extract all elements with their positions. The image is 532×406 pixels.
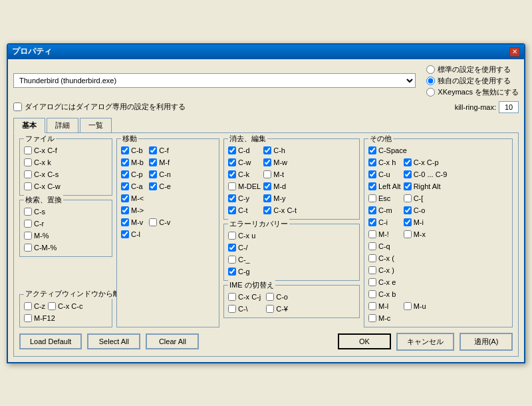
active-item-0[interactable]: C-z [24,300,45,312]
de-10[interactable]: C-t [228,204,261,216]
tab-basic[interactable]: 基本 [13,118,45,133]
other-cu[interactable]: C-u [368,168,401,180]
ime-col2-0[interactable]: C-o [266,291,288,303]
move-col1-3[interactable]: C-a [121,180,144,192]
radio-disable-xkeymacs[interactable]: XKeymacs を無効にする [426,87,519,97]
dialog-checkbox-input[interactable] [13,102,22,111]
other-cm[interactable]: C-m [368,204,401,216]
move-col1-4[interactable]: M-< [121,192,144,204]
other-m![interactable]: M-! [368,228,401,240]
er-2[interactable]: C-_ [228,254,355,266]
other-cxrp[interactable]: C-x ) [368,264,401,276]
group-delete-edit-title: 消去、編集 [228,134,267,144]
ok-button[interactable]: OK [338,333,391,349]
radio-custom-input[interactable] [426,77,435,85]
tab-detail[interactable]: 詳細 [47,118,78,133]
de-6[interactable]: M-DEL [228,180,261,192]
group-active-window-content: C-z C-x C-c M-F12 [24,300,108,324]
group-search-title: 検索、置換 [24,195,63,205]
file-item-0[interactable]: C-x C-f [24,144,108,156]
group-move-content: C-b M-b C-p C-a M-< M-> M-v C-l [121,144,215,240]
other-mu[interactable]: M-u [404,300,448,312]
move-col1-1[interactable]: M-b [121,156,144,168]
active-item-1[interactable]: C-x C-c [48,300,82,312]
move-col1-7[interactable]: C-l [121,228,144,240]
tab-list[interactable]: 一覧 [80,118,112,133]
search-item-1[interactable]: C-r [24,218,108,230]
other-leftalt[interactable]: Left Alt [368,180,401,192]
de-9[interactable]: M-y [263,192,297,204]
move-col1-6[interactable]: M-v [121,216,144,228]
de-7[interactable]: M-d [263,180,297,192]
other-c09[interactable]: C-0 ... C-9 [404,168,448,180]
other-cxh[interactable]: C-x h [368,156,401,168]
other-mc[interactable]: M-c [368,312,401,324]
other-mx[interactable]: M-x [404,228,448,240]
ime-col1-1[interactable]: C-\ [228,303,261,315]
other-cxe[interactable]: C-x e [368,276,401,288]
other-ml[interactable]: M-l [368,300,401,312]
radio-disable-input[interactable] [426,88,435,97]
radio-use-custom[interactable]: 独自の設定を使用する [426,76,519,86]
other-cxlp[interactable]: C-x ( [368,252,401,264]
de-3[interactable]: M-w [263,156,297,168]
cancel-button[interactable]: キャンセル [396,333,454,351]
col-3: 消去、編集 C-d C-w C-k M-DEL C-y C-t [223,138,360,327]
er-1[interactable]: C-/ [228,242,355,254]
radio-default-input[interactable] [426,65,435,74]
window-title: プロパティ [12,46,52,57]
move-col2-3[interactable]: C-e [149,180,171,192]
de-1[interactable]: C-h [263,144,297,156]
move-col1-2[interactable]: C-p [121,168,144,180]
other-rightalt[interactable]: Right Alt [404,180,448,192]
er-3[interactable]: C-g [228,266,355,278]
file-item-2[interactable]: C-x C-s [24,168,108,180]
other-cq[interactable]: C-q [368,240,401,252]
move-col1-5[interactable]: M-> [121,204,144,216]
move-col2-2[interactable]: C-n [149,168,171,180]
ime-col1-0[interactable]: C-x C-j [228,291,261,303]
other-mi[interactable]: M-i [404,216,448,228]
group-error-recovery-title: エラーリカバリー [228,219,289,229]
app-dropdown[interactable]: Thunderbird (thunderbird.exe) [13,73,416,88]
main-window: プロパティ ✕ Thunderbird (thunderbird.exe) 標準… [7,43,525,363]
move-col1-0[interactable]: C-b [121,144,144,156]
de-5[interactable]: M-t [263,168,297,180]
close-button[interactable]: ✕ [509,47,520,57]
other-cspace[interactable]: C-Space [368,144,508,156]
other-esc[interactable]: Esc [368,192,401,204]
kill-ring-input[interactable] [499,101,519,113]
move-col2-0[interactable]: C-f [149,144,171,156]
search-item-3[interactable]: C-M-% [24,242,108,254]
file-item-3[interactable]: C-x C-w [24,180,108,192]
group-delete-edit: 消去、編集 C-d C-w C-k M-DEL C-y C-t [223,138,360,220]
window-body: Thunderbird (thunderbird.exe) 標準の設定を使用する… [8,59,524,362]
er-0[interactable]: C-x u [228,230,355,242]
search-item-0[interactable]: C-s [24,206,108,218]
select-all-button[interactable]: Select All [87,333,140,349]
title-bar: プロパティ ✕ [8,45,524,59]
ime-col2-1[interactable]: C-¥ [266,303,288,315]
active-item-2[interactable]: M-F12 [24,312,108,324]
load-default-button[interactable]: Load Default [19,333,82,349]
kill-ring-section: kill-ring-max: [455,101,519,113]
de-8[interactable]: C-y [228,192,261,204]
other-cxcp[interactable]: C-x C-p [404,156,448,168]
file-item-1[interactable]: C-x k [24,156,108,168]
radio-use-default[interactable]: 標準の設定を使用する [426,65,519,75]
other-ci[interactable]: C-i [368,216,401,228]
group-search-content: C-s C-r M-% C-M-% [24,206,108,254]
apply-button[interactable]: 適用(A) [460,333,513,351]
de-0[interactable]: C-d [228,144,261,156]
clear-all-button[interactable]: Clear All [146,333,199,349]
de-4[interactable]: C-k [228,168,261,180]
move-col2-6[interactable]: C-v [149,216,171,228]
de-11[interactable]: C-x C-t [263,204,297,216]
other-cxb[interactable]: C-x b [368,288,401,300]
de-2[interactable]: C-w [228,156,261,168]
move-col2-1[interactable]: M-f [149,156,171,168]
other-cbracket[interactable]: C-[ [404,192,448,204]
dialog-checkbox[interactable]: ダイアログにはダイアログ専用の設定を利用する [13,102,186,112]
search-item-2[interactable]: M-% [24,230,108,242]
other-co[interactable]: C-o [404,204,448,216]
